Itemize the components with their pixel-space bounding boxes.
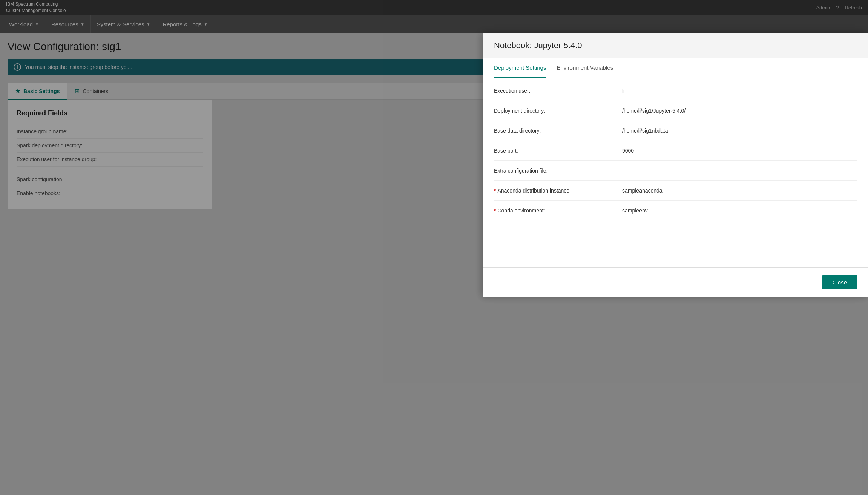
modal-title: Notebook: Jupyter 5.4.0 <box>494 41 857 50</box>
field-value-deployment-dir: /home/li/sig1/Jupyter-5.4.0/ <box>622 108 686 114</box>
field-label-anaconda: * Anaconda distribution instance: <box>494 188 622 194</box>
field-label-base-port: Base port: <box>494 148 622 154</box>
field-row-execution-user: Execution user: li <box>494 81 857 101</box>
field-row-base-data-dir: Base data directory: /home/li/sig1nbdata <box>494 121 857 141</box>
field-label-conda-env: * Conda environment: <box>494 208 622 214</box>
anaconda-required-star: * <box>494 188 496 194</box>
field-row-extra-config: Extra configuration file: <box>494 161 857 181</box>
field-value-conda-env: sampleenv <box>622 208 648 214</box>
field-row-base-port: Base port: 9000 <box>494 141 857 161</box>
modal-tabs: Deployment Settings Environment Variable… <box>494 58 857 78</box>
field-label-deployment-dir: Deployment directory: <box>494 108 622 114</box>
modal-overlay: Notebook: Jupyter 5.4.0 Deployment Setti… <box>0 0 868 495</box>
modal-dialog: Notebook: Jupyter 5.4.0 Deployment Setti… <box>483 33 868 297</box>
modal-tab-env-vars-label: Environment Variables <box>557 64 613 71</box>
conda-required-star: * <box>494 208 496 214</box>
modal-body: Deployment Settings Environment Variable… <box>483 58 868 267</box>
modal-tab-env-vars[interactable]: Environment Variables <box>557 58 613 78</box>
field-value-base-data-dir: /home/li/sig1nbdata <box>622 128 668 134</box>
field-row-anaconda: * Anaconda distribution instance: sample… <box>494 181 857 201</box>
field-label-execution-user: Execution user: <box>494 88 622 94</box>
field-label-base-data-dir: Base data directory: <box>494 128 622 134</box>
field-row-conda-env: * Conda environment: sampleenv <box>494 201 857 220</box>
field-value-execution-user: li <box>622 88 624 94</box>
field-value-anaconda: sampleanaconda <box>622 188 663 194</box>
modal-tab-deployment-label: Deployment Settings <box>494 64 546 71</box>
close-button[interactable]: Close <box>822 275 857 289</box>
modal-header: Notebook: Jupyter 5.4.0 <box>483 33 868 58</box>
modal-tab-deployment[interactable]: Deployment Settings <box>494 58 546 78</box>
field-label-extra-config: Extra configuration file: <box>494 168 622 174</box>
modal-footer: Close <box>483 267 868 297</box>
field-value-base-port: 9000 <box>622 148 634 154</box>
field-row-deployment-dir: Deployment directory: /home/li/sig1/Jupy… <box>494 101 857 121</box>
